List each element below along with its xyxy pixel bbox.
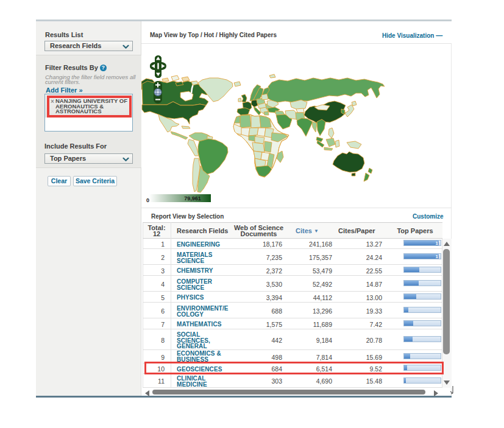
svg-text:0: 0 — [146, 197, 149, 203]
svg-text:79,961: 79,961 — [184, 195, 201, 202]
